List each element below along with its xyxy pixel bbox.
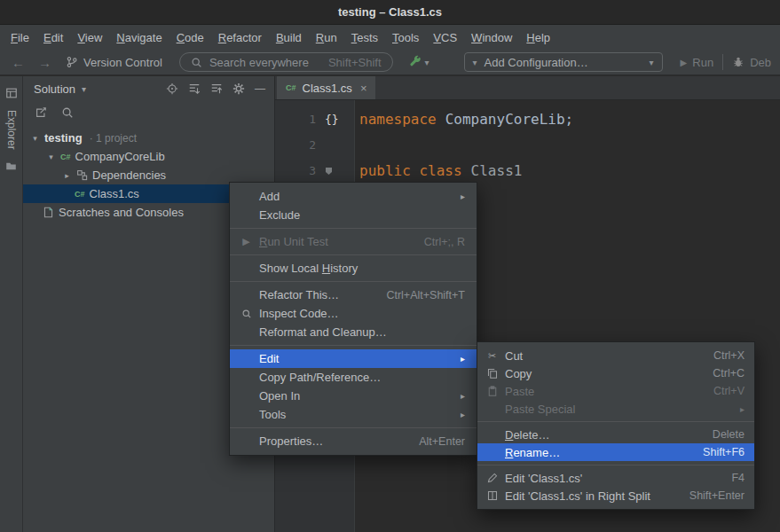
menubar-item-vcs[interactable]: VCS [426,31,464,44]
run-button: ▶ Run [681,56,714,69]
tab-class1[interactable]: C# Class1.cs × [277,76,375,99]
menu-item-edit[interactable]: Edit ▸ [230,349,477,368]
line-number: 3 [275,164,316,177]
edit-submenu: ✂ Cut Ctrl+X Copy Ctrl+C Paste Ctrl+V Pa… [477,341,755,510]
play-icon: ▶ [239,236,254,247]
menubar-item-tests[interactable]: Tests [344,31,385,44]
menu-separator [230,228,477,229]
scratches-icon [43,207,54,218]
inspect-code-icon [239,309,254,319]
tree-file-label: Class1.cs [90,187,139,200]
search-everywhere-field[interactable]: Search everywhere Shift+Shift [179,52,393,72]
solution-panel-toolbar [23,101,274,124]
menu-item-show-local-history[interactable]: Show Local History [230,259,477,278]
setup-environment-button[interactable]: ▾ [408,55,429,69]
menubar-item-help[interactable]: Help [519,31,557,44]
debug-button: Deb [732,56,771,69]
chevron-right-icon: ▸ [62,171,72,180]
tree-project-suffix: · 1 project [90,132,137,145]
menubar-item-window[interactable]: Window [464,31,519,44]
editor-tab-bar: C# Class1.cs × [275,76,780,100]
menu-separator [230,254,477,255]
menu-item-exclude[interactable]: Exclude [230,206,477,224]
menu-item-paste-special: Paste Special ▸ [477,400,754,418]
panel-header-icons: — [166,82,265,95]
menu-item-cut[interactable]: ✂ Cut Ctrl+X [477,347,754,364]
pencil-icon [485,473,500,483]
menu-item-copy-path[interactable]: Copy Path/Reference… [230,368,477,387]
class-name-token: Class1 [471,162,523,179]
menubar-item-code[interactable]: Code [169,31,211,44]
menubar-item-file[interactable]: File [4,31,36,44]
menu-item-edit-file-right-split[interactable]: Edit 'Class1.cs' in Right Split Shift+En… [477,487,754,505]
forward-button[interactable]: → [35,55,54,70]
menubar-item-tools[interactable]: Tools [385,31,426,44]
menu-item-open-in[interactable]: Open In ▸ [230,387,477,405]
copy-icon [485,368,500,379]
hide-panel-button[interactable]: — [255,82,265,95]
csharp-project-icon: C# [60,153,71,161]
gear-icon[interactable] [232,82,245,95]
project-tool-window-icon[interactable] [5,87,18,99]
submenu-arrow-icon: ▸ [461,192,465,201]
toolbar-divider [722,54,723,70]
line-number: 2 [275,138,316,152]
folder-icon[interactable] [5,160,17,172]
run-button-label: Run [692,56,713,69]
menubar-item-run[interactable]: Run [309,31,344,44]
menu-item-inspect-code[interactable]: Inspect Code… [230,304,477,323]
chevron-down-icon: ▾ [473,58,477,67]
split-right-icon [485,490,500,501]
menu-item-copy[interactable]: Copy Ctrl+C [477,364,754,382]
menu-item-run-unit-test: ▶ Run Unit Test Ctrl+;, R [230,232,477,251]
menubar-item-view[interactable]: View [70,31,109,44]
tree-item-project[interactable]: ▾ testing · 1 project [23,129,274,147]
menubar-item-navigate[interactable]: Navigate [109,31,169,44]
search-icon [191,57,202,68]
main-toolbar: ← → Version Control Search everywhere Sh… [0,50,780,75]
tree-module-label: CompanyCoreLib [75,150,165,163]
keyword-token: namespace [359,111,437,128]
code-line: public class Class1 [355,158,780,184]
scroll-to-source-icon[interactable] [35,106,47,119]
explorer-tool-button[interactable]: Explorer [5,110,18,150]
menu-item-reformat-cleanup[interactable]: Reformat and Cleanup… [230,323,477,341]
menu-item-delete[interactable]: Delete… Delete [477,426,754,443]
tree-item-companycorelib[interactable]: ▾ C# CompanyCoreLib [23,147,274,166]
run-configuration-select[interactable]: ▾ Add Configuration… ▾ [464,52,663,72]
version-control-label: Version Control [83,56,162,69]
search-placeholder: Search everywhere [209,56,309,69]
locate-file-icon[interactable] [166,82,178,95]
scissors-icon: ✂ [485,350,500,362]
toolbar-right-group: ▶ Run Deb [681,54,771,70]
expand-all-icon[interactable] [188,82,201,95]
submenu-arrow-icon: ▸ [461,410,465,419]
context-menu: Add ▸ Exclude ▶ Run Unit Test Ctrl+;, R … [229,182,477,456]
close-icon[interactable]: × [360,82,367,95]
menubar-item-edit[interactable]: Edit [36,31,70,44]
menu-item-refactor-this[interactable]: Refactor This… Ctrl+Alt+Shift+T [230,286,477,304]
collapse-all-icon[interactable] [210,82,223,95]
tree-dependencies-label: Dependencies [92,168,166,182]
chevron-down-icon: ▾ [46,153,56,161]
menu-item-tools[interactable]: Tools ▸ [230,405,477,424]
menu-item-paste: Paste Ctrl+V [477,382,754,400]
menu-item-rename[interactable]: Rename… Shift+F6 [477,443,754,461]
menu-separator [230,427,477,428]
menubar-item-refactor[interactable]: Refactor [211,31,269,44]
menu-item-add[interactable]: Add ▸ [230,187,477,206]
line-number: 1 [275,113,316,126]
menu-item-edit-file[interactable]: Edit 'Class1.cs' F4 [477,469,754,487]
gutter-annotation-icon [316,167,354,176]
version-control-widget[interactable]: Version Control [66,56,162,69]
menubar-item-build[interactable]: Build [269,31,309,44]
tree-scratches-label: Scratches and Consoles [59,206,184,219]
solution-view-select[interactable]: Solution [34,82,75,96]
menu-item-properties[interactable]: Properties… Alt+Enter [230,432,477,450]
find-icon[interactable] [61,106,74,119]
debug-button-label: Deb [750,56,771,69]
menu-separator [477,421,754,422]
back-button[interactable]: ← [9,55,28,70]
chevron-down-icon: ▾ [650,58,654,67]
submenu-arrow-icon: ▸ [740,404,745,414]
